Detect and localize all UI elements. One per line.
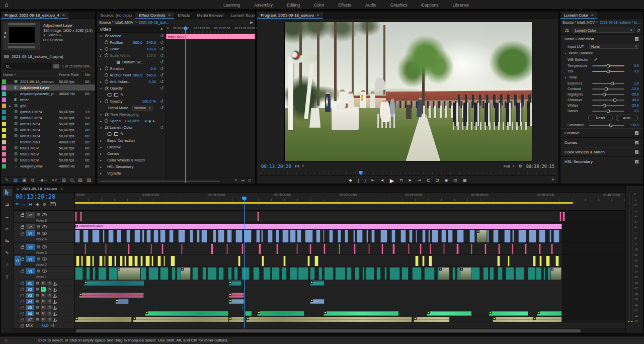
video-clip[interactable] [452,268,456,280]
playback-resolution-dropdown[interactable]: Full˅ [504,164,514,168]
track-lane-a1[interactable] [75,280,625,286]
work-area-bar[interactable] [75,202,573,204]
slider-value[interactable]: 0,0 [627,69,639,73]
nest-toggle-icon[interactable]: ⧉ [16,202,19,207]
track-target-v4[interactable]: V4 [26,230,35,236]
label-color-chip[interactable] [2,140,6,144]
video-clip[interactable] [120,256,123,266]
video-clip[interactable] [105,244,107,254]
video-clip[interactable] [528,268,535,280]
video-clip[interactable] [536,268,541,280]
reset-icon[interactable]: ↺ [160,73,164,77]
preview-icons[interactable]: ◉▶ [4,31,7,39]
slider-knob[interactable] [613,98,617,102]
video-clip[interactable] [368,244,370,254]
label-color-chip[interactable] [2,122,6,126]
video-clip[interactable] [469,230,475,242]
video-clip[interactable] [242,268,250,280]
effect-row-opacity[interactable]: ▸Opacity100,0 %↺ [97,98,166,105]
track-lane-a5[interactable] [75,304,625,310]
effect-row-basic-correction[interactable]: ▸Basic Correction [97,137,166,144]
tab-source-no-clips-[interactable]: Source: (no clips) [97,12,135,19]
lumetri-effect-dropdown[interactable]: Lumetri Color˅ [573,28,634,33]
video-clip[interactable] [86,268,90,280]
slider-value[interactable]: -10,0 [627,87,639,91]
video-clip[interactable] [471,244,472,254]
track-header-a2[interactable]: A2▤MS [14,286,75,292]
thumbnail-zoom-slider[interactable] [39,180,47,181]
mute-button[interactable]: M [41,293,46,298]
effect-row-lumetri-color[interactable]: ∨fxLumetri Color↺ [97,124,166,131]
project-item-row[interactable]: ♪anyakonyvvezeto_pap.wav48000 Hz00: [1,91,95,97]
video-clip[interactable] [539,256,541,266]
video-clip[interactable] [371,230,375,242]
close-icon[interactable]: × [17,187,19,191]
video-clip[interactable] [412,268,422,280]
white-balance-header[interactable]: ∨White Balance [560,50,643,56]
video-clip[interactable] [309,244,311,254]
video-clip[interactable] [148,268,158,280]
section-creative[interactable]: Creative✓ [560,128,643,137]
extract-button[interactable]: ⊐ [436,178,439,183]
track-name[interactable]: Video 2 [36,263,74,267]
source-patch[interactable] [14,223,21,229]
video-clip[interactable] [99,256,103,266]
track-output-eye-icon[interactable] [42,270,47,273]
audio-clip[interactable] [489,311,529,316]
video-clip[interactable] [128,244,130,254]
solo-button[interactable]: S [47,317,52,322]
value[interactable]: 100,0 [146,53,156,58]
video-clip[interactable] [114,256,116,266]
video-clip[interactable] [415,256,419,266]
slider-knob[interactable] [607,64,610,67]
tab-media-browser[interactable]: Media Browser [194,12,227,19]
slider-track[interactable] [589,125,624,126]
video-clip[interactable] [335,268,346,280]
track-output-eye-icon[interactable] [42,232,47,235]
mute-button[interactable]: M [41,311,46,316]
video-clip[interactable] [103,230,105,242]
panel-menu-icon[interactable]: ≡ [62,13,65,18]
snap-icon[interactable]: ∩ [22,202,25,207]
slider-track[interactable] [592,111,624,112]
video-clip[interactable] [515,268,524,280]
value[interactable]: 0,0 [151,66,156,71]
section-hsl-secondary[interactable]: HSL Secondary✓ [560,156,643,166]
label-color-chip[interactable] [2,110,6,114]
voiceover-record-icon[interactable] [54,312,55,315]
video-clip[interactable] [108,230,114,242]
ellipse-mask-icon[interactable] [107,132,112,136]
footer-icon[interactable]: ⊡ [248,179,251,182]
audio-clip[interactable] [228,299,244,304]
audio-clip[interactable] [324,311,399,316]
track-output-eye-icon[interactable] [42,213,47,216]
track-target-v1[interactable]: V1 [26,268,35,274]
video-clip[interactable] [117,230,121,242]
video-clip[interactable] [160,268,169,280]
sync-lock-icon[interactable]: ▤ [37,257,40,261]
video-clip[interactable] [244,230,251,242]
checkbox[interactable]: ✓ [116,60,120,64]
video-clip[interactable] [296,244,298,254]
video-clip[interactable] [134,230,140,242]
video-clip[interactable] [228,268,232,280]
track-lane-v6[interactable] [75,211,625,222]
reset-icon[interactable]: ↺ [160,86,164,91]
track-lane-a7[interactable] [75,316,625,322]
source-patch[interactable] [14,229,21,242]
sync-lock-icon[interactable]: ▤ [36,287,39,291]
video-clip[interactable] [218,268,224,280]
video-clip[interactable] [169,230,173,242]
workspace-tab-libraries[interactable]: Libraries [445,3,476,8]
sync-lock-icon[interactable]: ▤ [37,231,40,235]
video-clip[interactable] [234,268,238,280]
track-target-a1[interactable]: A1 [26,281,34,286]
lock-icon[interactable] [21,325,24,327]
solo-button[interactable]: S [47,281,52,286]
project-item-row[interactable]: ◧Adjustment Layer [1,84,95,91]
source-patch[interactable] [14,211,21,222]
new-bin-button[interactable]: ▨ [78,178,83,183]
project-item-row[interactable]: ▥total2.MOV50,00 fps00: [1,151,95,157]
track-output-eye-icon[interactable] [42,245,47,248]
effect-row-scale[interactable]: ▸Scale100,0↺ [97,46,166,52]
